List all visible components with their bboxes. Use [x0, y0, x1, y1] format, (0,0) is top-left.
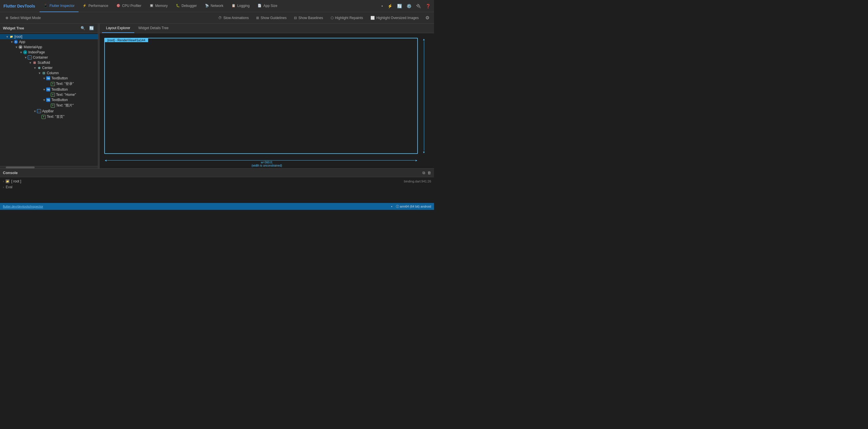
nav-tab-debugger[interactable]: 🐛 Debugger — [172, 0, 201, 12]
container-label: Container — [33, 55, 48, 59]
select-widget-mode-btn[interactable]: ⊕ Select Widget Mode — [2, 14, 44, 21]
tree-item-text-image[interactable]: T Text: "图片" — [0, 102, 98, 109]
console-binding-info: binding.dart:941:26 — [404, 180, 431, 183]
console-chevron: › — [3, 180, 4, 183]
tree-item-container[interactable]: ▼ □ Container — [0, 55, 98, 60]
layout-tabs: Layout Explorer Widget Details Tree — [100, 24, 434, 33]
nav-plugin-btn[interactable]: 🔌 — [415, 3, 422, 9]
console-area: Console ⧉ 🗑 › 📁 [ root ] binding.dart:94… — [0, 168, 434, 203]
select-widget-icon: ⊕ — [5, 16, 8, 20]
tb3-icon: TB — [46, 98, 50, 102]
nav-tab-network[interactable]: 📡 Network — [201, 0, 227, 12]
tab-widget-details[interactable]: Widget Details Tree — [134, 24, 173, 33]
widget-tree-title: Widget Tree — [3, 26, 24, 30]
tree-item-text-home2[interactable]: T Text: "首页" — [0, 114, 98, 120]
text-home-icon: T — [51, 93, 55, 97]
nav-lightning-btn[interactable]: ⚡ — [386, 3, 394, 9]
v-dim-container: ▲ ▼ — [420, 38, 428, 154]
app-icon: A — [14, 40, 18, 44]
app-size-icon: 📄 — [257, 4, 261, 7]
toolbar-settings-btn[interactable]: ⚙ — [423, 14, 432, 22]
nav-tab-inspector[interactable]: 📱 Flutter Inspector — [39, 0, 79, 12]
tb1-arrow: ▼ — [43, 77, 46, 80]
inspector-toolbar: ⊕ Select Widget Mode ⏱ Slow Animations ⊞… — [0, 12, 434, 24]
v-arrow-bottom: ▼ — [423, 151, 425, 154]
highlight-oversized-btn[interactable]: ⬜ Highlight Oversized Images — [367, 14, 422, 21]
layout-canvas: [root] - RenderView#1a144 ▲ ▼ h=780.0; (… — [100, 33, 434, 168]
tree-scrollbar-h[interactable] — [0, 166, 98, 168]
slow-anim-label: Slow Animations — [223, 16, 249, 20]
text-login-icon: T — [51, 82, 55, 86]
column-label: Column — [47, 71, 59, 75]
scaffold-icon: ⊞ — [32, 61, 36, 65]
guidelines-icon: ⊞ — [256, 16, 259, 20]
show-guidelines-btn[interactable]: ⊞ Show Guidelines — [253, 14, 290, 21]
materialapp-arrow: ▼ — [15, 45, 19, 49]
nav-tab-performance[interactable]: ⚡ Performance — [79, 0, 112, 12]
v-line — [424, 41, 424, 151]
debugger-icon: 🐛 — [176, 4, 180, 7]
tree-item-text-login[interactable]: T Text: "登录" — [0, 81, 98, 87]
text-image-label: Text: "图片" — [56, 103, 74, 108]
eval-row[interactable]: › Eval — [3, 184, 431, 190]
tab-layout-explorer[interactable]: Layout Explorer — [102, 24, 134, 33]
tree-item-scaffold[interactable]: ▼ ⊞ Scaffold — [0, 60, 98, 65]
highlight-repaints-btn[interactable]: ⬡ Highlight Repaints — [328, 14, 366, 21]
root-folder-icon: 📁 — [9, 35, 13, 39]
inspector-icon: 📱 — [43, 4, 48, 7]
logging-icon: 📋 — [231, 4, 236, 7]
column-arrow: ▼ — [38, 71, 41, 75]
console-title: Console — [3, 171, 18, 175]
tree-item-materialapp[interactable]: ▼ M MaterialApp — [0, 44, 98, 50]
tree-item-app[interactable]: ▼ A App — [0, 39, 98, 44]
nav-tab-app-size[interactable]: 📄 App Size — [253, 0, 281, 12]
debugger-tab-label: Debugger — [182, 4, 197, 8]
memory-tab-label: Memory — [155, 4, 168, 8]
refresh-tree-btn[interactable]: 🔄 — [88, 25, 95, 31]
h-line — [107, 160, 415, 160]
status-right: • ⓘ arm64 (64 bit) android — [391, 205, 431, 209]
console-folder-icon: 📁 — [5, 179, 9, 183]
slow-animations-btn[interactable]: ⏱ Slow Animations — [215, 14, 252, 21]
tree-item-center[interactable]: ▼ ⊕ Center — [0, 65, 98, 70]
search-btn[interactable]: 🔍 — [80, 25, 86, 31]
nav-settings-btn[interactable]: ⚙️ — [405, 3, 413, 9]
tree-item-root[interactable]: ▼ 📁 [root] — [0, 34, 98, 39]
widget-tree-content: ▼ 📁 [root] ▼ A App ▼ M MaterialApp — [0, 33, 98, 166]
tree-item-text-home[interactable]: T Text: "Home" — [0, 92, 98, 97]
nav-tab-cpu-profiler[interactable]: 🎯 CPU Profiler — [112, 0, 146, 12]
root-arrow: ▼ — [6, 35, 9, 38]
select-widget-label: Select Widget Mode — [10, 16, 41, 20]
console-root-label: [ root ] — [11, 179, 21, 183]
console-copy-btn[interactable]: ⧉ — [423, 171, 425, 175]
tree-scrollbar-thumb[interactable] — [6, 166, 35, 168]
tb2-icon: TB — [46, 88, 50, 92]
tb1-icon: TB — [46, 76, 50, 80]
widget-tree-header: Widget Tree 🔍 🔄 — [0, 24, 98, 33]
show-baselines-btn[interactable]: ⊟ Show Baselines — [291, 14, 326, 21]
center-icon: ⊕ — [37, 66, 41, 70]
tree-item-appbar[interactable]: ▼ □ AppBar — [0, 109, 98, 114]
nav-dot-btn[interactable]: • — [380, 3, 384, 9]
tree-item-column[interactable]: ▼ ⊟ Column — [0, 70, 98, 75]
repaints-icon: ⬡ — [331, 16, 334, 20]
console-row-root[interactable]: › 📁 [ root ] binding.dart:941:26 — [3, 178, 431, 184]
nav-tab-memory[interactable]: 🔲 Memory — [146, 0, 172, 12]
tree-item-textbutton2[interactable]: ▼ TB TextButton — [0, 87, 98, 92]
appbar-arrow: ▼ — [33, 110, 37, 113]
materialapp-icon: M — [19, 45, 23, 49]
tb2-arrow: ▼ — [43, 88, 46, 91]
appbar-icon: □ — [37, 109, 41, 113]
tree-item-textbutton1[interactable]: ▼ TB TextButton — [0, 75, 98, 81]
nav-tab-logging[interactable]: 📋 Logging — [227, 0, 254, 12]
nav-refresh-btn[interactable]: 🔄 — [396, 3, 403, 9]
network-tab-label: Network — [211, 4, 223, 8]
container-arrow: ▼ — [24, 56, 28, 59]
status-link[interactable]: flutter.dev/devtools/inspector — [3, 205, 43, 208]
tree-item-indexpage[interactable]: ▼ i IndexPage — [0, 50, 98, 55]
console-clear-btn[interactable]: 🗑 — [427, 171, 431, 175]
appbar-label: AppBar — [42, 109, 54, 113]
nav-help-btn[interactable]: ❓ — [425, 3, 432, 9]
center-arrow: ▼ — [33, 66, 37, 69]
tree-item-textbutton3[interactable]: ▼ TB TextButton — [0, 97, 98, 102]
